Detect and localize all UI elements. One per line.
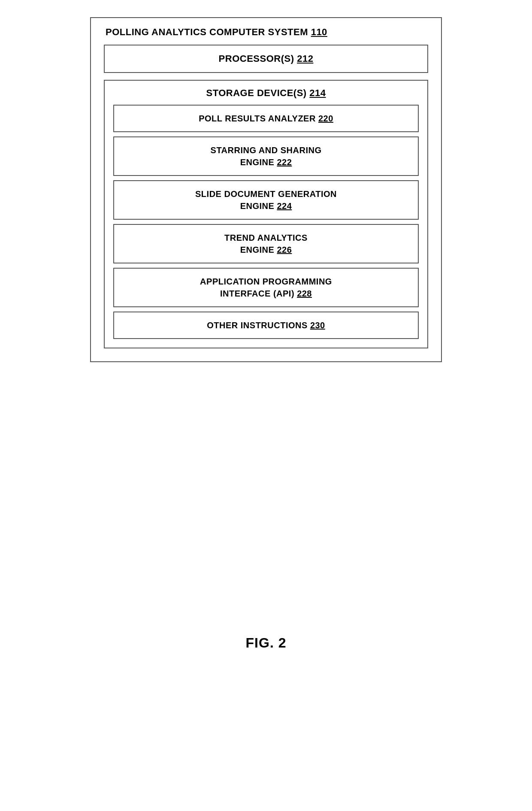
trend-analytics-ref: 226 bbox=[277, 245, 292, 254]
poll-results-label: POLL RESULTS ANALYZER 220 bbox=[199, 114, 333, 123]
figure-label-area: FIG. 2 bbox=[0, 601, 532, 811]
storage-title: STORAGE DEVICE(S) 214 bbox=[113, 88, 419, 99]
processor-text: PROCESSOR(S) bbox=[219, 53, 294, 64]
other-instructions-box: OTHER INSTRUCTIONS 230 bbox=[113, 312, 419, 339]
trend-analytics-label: TREND ANALYTICSENGINE 226 bbox=[224, 233, 308, 254]
trend-analytics-box: TREND ANALYTICSENGINE 226 bbox=[113, 224, 419, 263]
outer-system-title: POLLING ANALYTICS COMPUTER SYSTEM 110 bbox=[104, 27, 428, 38]
diagram-area: POLLING ANALYTICS COMPUTER SYSTEM 110 PR… bbox=[0, 0, 532, 601]
processor-box: PROCESSOR(S) 212 bbox=[104, 45, 428, 73]
outer-system-box: POLLING ANALYTICS COMPUTER SYSTEM 110 PR… bbox=[90, 17, 442, 362]
processor-label: PROCESSOR(S) 212 bbox=[219, 53, 314, 64]
processor-ref: 212 bbox=[297, 53, 313, 64]
poll-results-ref: 220 bbox=[318, 114, 333, 123]
storage-box: STORAGE DEVICE(S) 214 POLL RESULTS ANALY… bbox=[104, 80, 428, 348]
slide-document-box: SLIDE DOCUMENT GENERATIONENGINE 224 bbox=[113, 180, 419, 220]
slide-document-ref: 224 bbox=[277, 201, 292, 211]
starring-sharing-label: STARRING AND SHARINGENGINE 222 bbox=[211, 145, 322, 167]
slide-document-label: SLIDE DOCUMENT GENERATIONENGINE 224 bbox=[195, 189, 337, 211]
storage-text: STORAGE DEVICE(S) bbox=[206, 88, 306, 98]
outer-title-text: POLLING ANALYTICS COMPUTER SYSTEM bbox=[106, 27, 308, 37]
api-box: APPLICATION PROGRAMMINGINTERFACE (API) 2… bbox=[113, 268, 419, 307]
other-instructions-ref: 230 bbox=[310, 321, 325, 330]
poll-results-analyzer-box: POLL RESULTS ANALYZER 220 bbox=[113, 105, 419, 132]
starring-sharing-box: STARRING AND SHARINGENGINE 222 bbox=[113, 136, 419, 176]
figure-label: FIG. 2 bbox=[246, 635, 287, 651]
api-ref: 228 bbox=[297, 289, 312, 298]
api-label: APPLICATION PROGRAMMINGINTERFACE (API) 2… bbox=[200, 277, 332, 298]
storage-ref: 214 bbox=[309, 88, 326, 98]
outer-title-ref: 110 bbox=[311, 27, 327, 37]
other-instructions-label: OTHER INSTRUCTIONS 230 bbox=[207, 321, 325, 330]
starring-sharing-ref: 222 bbox=[277, 157, 292, 167]
